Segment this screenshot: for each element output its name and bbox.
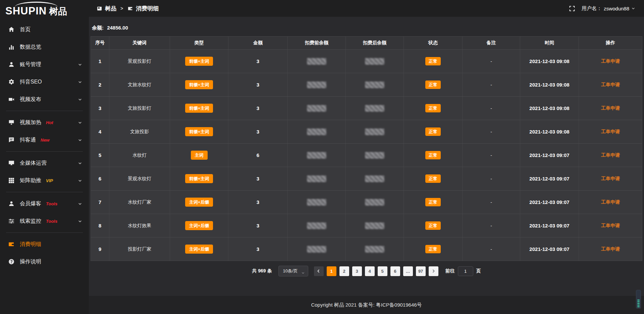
sidebar-item-heat[interactable]: 视频加热 Hot [0, 114, 89, 131]
status-badge: 正常 [425, 57, 441, 65]
type-badge: 前缀+主词 [185, 127, 213, 136]
sidebar-item-account[interactable]: 账号管理 [0, 56, 89, 73]
breadcrumb-item-current[interactable]: 消费明细 [127, 5, 159, 12]
sidebar-item-label: 视频加热 [20, 119, 41, 126]
cell-type: 前缀+主词 [170, 97, 228, 120]
page-button-5[interactable]: 5 [378, 266, 387, 276]
cell-time: 2021-12-03 09:07 [520, 214, 579, 237]
sidebar-item-home[interactable]: 首页 [0, 21, 89, 38]
cell-type: 主词+后缀 [170, 191, 228, 214]
cell-keyword: 水纹灯效果 [109, 214, 170, 237]
sidebar-item-douketong[interactable]: 抖客通 New [0, 131, 89, 149]
status-badge: 正常 [425, 221, 441, 230]
table-body: 1 景观投影灯 前缀+主词 3 正常 - 2021-12-03 09:08 工单… [91, 49, 642, 261]
sidebar-item-tag: Tools [46, 201, 57, 206]
total-count: 共 969 条 [252, 268, 272, 274]
fullscreen-icon[interactable] [569, 6, 575, 11]
brand-logo[interactable]: SHUPIN 树品 [0, 0, 89, 17]
column-header: 时间 [520, 37, 579, 49]
type-badge: 前缀+主词 [185, 80, 213, 89]
page-buttons: 123456…97 [327, 266, 426, 276]
page-button-4[interactable]: 4 [365, 266, 375, 276]
widget-stripe [637, 303, 640, 304]
cell-status: 正常 [404, 238, 463, 261]
sidebar-item-label: 抖客通 [20, 137, 36, 144]
heat-icon [8, 119, 14, 126]
table-row: 2 文旅水纹灯 前缀+主词 3 正常 - 2021-12-03 09:08 工单… [91, 73, 642, 96]
scroll-widget[interactable] [636, 290, 641, 309]
sidebar-item-media[interactable]: 全媒体运营 [0, 154, 89, 172]
sidebar-item-label: 消费明细 [20, 241, 41, 248]
column-header: 备注 [463, 37, 520, 49]
breadcrumb-item-root[interactable]: 树品 [96, 5, 116, 12]
wallet-icon [8, 241, 14, 248]
page-button-6[interactable]: 6 [390, 266, 400, 276]
cell-remark: - [463, 97, 520, 120]
page-button-2[interactable]: 2 [339, 266, 349, 276]
type-badge: 主词 [191, 151, 208, 160]
chevron-down-icon [78, 219, 82, 223]
table-row: 6 景观水纹灯 前缀+主词 3 正常 - 2021-12-03 09:07 工单… [91, 167, 642, 190]
page-button-3[interactable]: 3 [352, 266, 362, 276]
balance-value: 24856.00 [107, 25, 128, 31]
cell-index: 6 [91, 167, 109, 190]
cell-type: 前缀+主词 [170, 50, 228, 73]
work-order-link[interactable]: 工单申请 [601, 176, 620, 182]
sidebar-item-help[interactable]: 操作说明 [0, 253, 89, 270]
column-header: 金额 [228, 37, 288, 49]
cell-remark: - [463, 50, 520, 73]
masked-balance-before [307, 199, 326, 206]
work-order-link[interactable]: 工单申请 [601, 82, 620, 88]
sidebar-item-member[interactable]: 会员爆客 Tools [0, 195, 89, 212]
work-order-link[interactable]: 工单申请 [601, 152, 620, 158]
sidebar-item-clue[interactable]: 线索监控 Tools [0, 212, 89, 230]
work-order-link[interactable]: 工单申请 [601, 129, 620, 135]
work-order-link[interactable]: 工单申请 [601, 58, 620, 64]
copyright-text: Copyright 树品 2021 备案号: 粤ICP备09019646号 [311, 302, 422, 308]
work-order-link[interactable]: 工单申请 [601, 199, 620, 205]
cell-amount: 3 [228, 214, 288, 237]
chevron-down-icon [78, 97, 82, 102]
sidebar-item-label: 账号管理 [20, 61, 41, 68]
user-menu[interactable]: 用户名： zswodun88 [582, 5, 635, 12]
masked-balance-before [307, 152, 326, 159]
breadcrumb: 树品 > 消费明细 [96, 5, 159, 12]
prev-page-button[interactable] [314, 266, 324, 276]
sidebar-divider [6, 151, 83, 152]
breadcrumb-label: 消费明细 [136, 5, 159, 12]
cell-status: 正常 [404, 191, 463, 214]
sidebar-item-consume[interactable]: 消费明细 [0, 235, 89, 253]
sidebar-item-douyinseo[interactable]: 抖音SEO [0, 73, 89, 91]
cell-time: 2021-12-03 09:08 [520, 120, 579, 143]
widget-stripe [637, 300, 640, 301]
cell-amount: 3 [228, 120, 288, 143]
cell-keyword: 文旅水纹灯 [109, 73, 170, 96]
sidebar-item-data[interactable]: 数据总览 [0, 38, 89, 56]
page-ellipsis-button[interactable]: … [403, 266, 413, 276]
page-button-97[interactable]: 97 [416, 266, 426, 276]
sidebar-item-label: 全媒体运营 [20, 160, 47, 167]
cell-keyword: 投影灯厂家 [109, 238, 170, 261]
next-page-button[interactable] [429, 266, 438, 276]
sidebar-item-label: 会员爆客 [20, 200, 41, 207]
logo-arc-decoration [15, 2, 58, 7]
work-order-link[interactable]: 工单申请 [601, 246, 620, 252]
cell-type: 主词 [170, 144, 228, 167]
cell-type: 主词+后缀 [170, 214, 228, 237]
cell-remark: - [463, 238, 520, 261]
sidebar-divider [6, 232, 83, 233]
cell-balance-after [346, 238, 404, 261]
table-row: 3 文旅投影灯 前缀+主词 3 正常 - 2021-12-03 09:08 工单… [91, 96, 642, 120]
cell-action: 工单申请 [579, 144, 642, 167]
page-size-select[interactable]: 10条/页 [278, 266, 308, 276]
chart-icon [8, 44, 14, 50]
widget-stripe [637, 306, 640, 307]
goto-suffix: 页 [476, 268, 481, 274]
work-order-link[interactable]: 工单申请 [601, 223, 620, 229]
cell-balance-before [288, 120, 346, 143]
goto-page-input[interactable] [458, 266, 473, 276]
page-button-1[interactable]: 1 [327, 266, 336, 276]
work-order-link[interactable]: 工单申请 [601, 105, 620, 111]
sidebar-item-publish[interactable]: 视频发布 [0, 91, 89, 108]
sidebar-item-matrix[interactable]: 矩阵助推 VIP [0, 172, 89, 189]
